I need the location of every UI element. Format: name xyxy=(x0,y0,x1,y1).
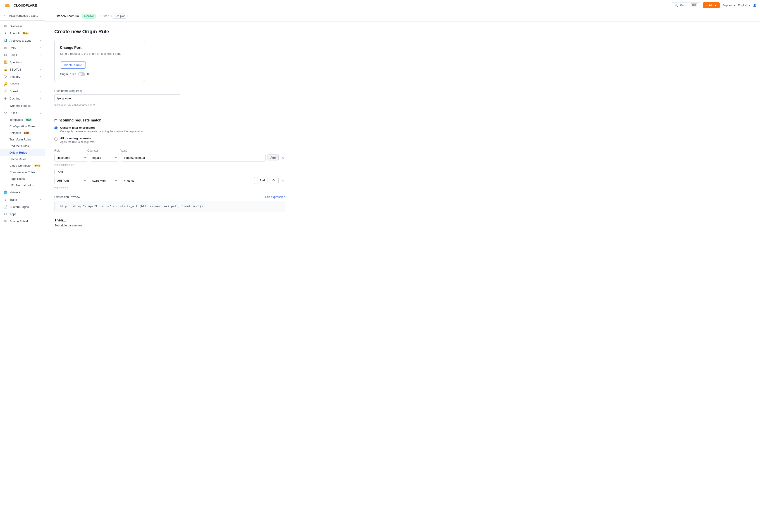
search-icon: 🔍 xyxy=(675,4,678,7)
sidebar-item-snippets[interactable]: Snippets Beta xyxy=(0,130,45,136)
sidebar-item-configuration-rules[interactable]: Configuration Rules xyxy=(0,123,45,130)
support-label: Support xyxy=(722,4,733,7)
operator-select-2[interactable]: equals starts with ends with contains xyxy=(90,177,119,184)
rule-card-desc: Send a request to the origin on a differ… xyxy=(60,52,139,56)
sidebar-item-security[interactable]: 🛡 Security ▾ xyxy=(0,73,45,80)
origin-rules-toggle[interactable] xyxy=(78,72,85,76)
match-heading: If incoming requests match... xyxy=(54,118,285,122)
cloudflare-text: CLOUDFLARE xyxy=(14,3,37,7)
sidebar-item-custom-pages[interactable]: 📄 Custom Pages xyxy=(0,203,45,210)
chevron-down-icon: ▾ xyxy=(40,54,41,56)
radio-all-input[interactable] xyxy=(54,137,58,141)
sidebar-item-label: Analytics & Logs xyxy=(10,39,31,42)
sidebar-item-redirect-rules[interactable]: Redirect Rules xyxy=(0,143,45,149)
sidebar-item-url-normalization[interactable]: URL Normalization xyxy=(0,182,45,189)
sidebar-item-email[interactable]: ✉ Email ▾ xyxy=(0,51,45,59)
sidebar-item-traffic[interactable]: ↕ Traffic ▾ xyxy=(0,196,45,203)
expression-section: Expression Preview Edit expression (http… xyxy=(54,195,285,212)
sidebar-item-dns[interactable]: ⊞ DNS ▾ xyxy=(0,44,45,51)
sidebar-item-access[interactable]: 🔑 Access xyxy=(0,80,45,88)
key-icon: 🔑 xyxy=(4,82,7,86)
then-section: Then... Set origin parameters xyxy=(54,218,285,227)
sidebar-item-network[interactable]: 🌐 Network xyxy=(0,189,45,196)
sidebar-navigation: ⊞ Overview ✦ AI Audit Beta 📊 Analytics &… xyxy=(0,21,45,227)
sidebar-item-page-rules[interactable]: Page Rules xyxy=(0,176,45,182)
field-select-1[interactable]: Hostname URI Path IP Source Address xyxy=(54,154,88,161)
filter-row-1: Hostname URI Path IP Source Address equa… xyxy=(54,154,285,161)
rule-name-label: Rule name (required) xyxy=(54,89,285,93)
sidebar-item-label: Network xyxy=(10,191,21,194)
sidebar-item-cache-rules[interactable]: Cache Rules xyxy=(0,156,45,162)
chevron-down-icon: ▾ xyxy=(40,97,41,100)
radio-all-label: All incoming requests xyxy=(60,137,94,140)
sub-nav-label: Templates xyxy=(10,118,23,121)
top-nav: CLOUDFLARE 🔍 Go to.. ⌘K + Add ▾ Support … xyxy=(0,0,760,11)
radio-custom-option[interactable]: Custom filter expression Only apply the … xyxy=(54,126,285,133)
sidebar: ← Alex@stape.io's acc... ⊞ Overview ✦ AI… xyxy=(0,11,45,532)
and-connector-button[interactable]: And xyxy=(54,169,66,175)
sidebar-item-overview[interactable]: ⊞ Overview xyxy=(0,22,45,30)
sidebar-item-workers-routes[interactable]: ◇ Workers Routes xyxy=(0,102,45,109)
sidebar-item-cloud-connector[interactable]: Cloud Connector Beta xyxy=(0,162,45,169)
sidebar-item-ssl-tls[interactable]: 🔒 SSL/TLS ▾ xyxy=(0,66,45,73)
language-button[interactable]: English ▾ xyxy=(738,4,750,7)
create-rule-button[interactable]: Create a Rule xyxy=(60,62,86,68)
chevron-down-icon: ▾ xyxy=(715,4,717,7)
radio-all-content: All incoming requests Apply the rule to … xyxy=(60,137,94,144)
sidebar-item-speed[interactable]: ⚡ Speed ▾ xyxy=(0,88,45,95)
sidebar-item-analytics-logs[interactable]: 📊 Analytics & Logs ▾ xyxy=(0,37,45,44)
remove-button-1[interactable]: ✕ xyxy=(280,155,285,161)
eye-icon: 👁 xyxy=(4,219,7,223)
sidebar-item-label: Custom Pages xyxy=(10,205,29,208)
sidebar-item-caching[interactable]: ⊗ Caching ▾ xyxy=(0,95,45,102)
rule-name-section: Rule name (required) Give your rule a de… xyxy=(54,89,285,106)
sidebar-item-ai-audit[interactable]: ✦ AI Audit Beta xyxy=(0,30,45,37)
plan-badge: Free plan xyxy=(111,14,128,19)
chevron-down-icon: ▾ xyxy=(734,4,735,7)
expression-label: Expression Preview xyxy=(54,195,80,199)
value-input-1[interactable] xyxy=(121,154,266,161)
sidebar-item-apps[interactable]: ⊟ Apps xyxy=(0,210,45,218)
sidebar-item-spectrum[interactable]: 📶 Spectrum xyxy=(0,59,45,66)
remove-button-2[interactable]: ✕ xyxy=(280,178,285,184)
sidebar-item-templates[interactable]: Templates New xyxy=(0,116,45,123)
domain-name: stape69.com.ua xyxy=(56,14,79,18)
sidebar-account[interactable]: ← Alex@stape.io's acc... xyxy=(0,11,45,21)
status-label: Active xyxy=(86,15,94,18)
toggle-icon: ⊞ xyxy=(87,72,90,76)
globe-icon: 🌐 xyxy=(4,191,7,194)
sidebar-item-compression-rules[interactable]: Compression Rules xyxy=(0,169,45,176)
sub-nav-label: Configuration Rules xyxy=(10,125,35,128)
user-button[interactable]: 👤 xyxy=(753,4,756,7)
add-button[interactable]: + Add ▾ xyxy=(703,2,720,8)
field-select-2[interactable]: Hostname URI Path IP Source Address xyxy=(54,177,88,184)
sidebar-item-origin-rules[interactable]: Origin Rules xyxy=(0,149,45,156)
sidebar-item-label: AI Audit xyxy=(10,32,20,35)
sidebar-item-label: Traffic xyxy=(10,198,18,201)
goto-button[interactable]: 🔍 Go to.. ⌘K xyxy=(672,2,700,8)
chevron-up-icon: ▴ xyxy=(40,112,41,114)
sidebar-item-scrape-shield[interactable]: 👁 Scrape Shield xyxy=(0,218,45,225)
operator-select-1[interactable]: equals starts with ends with contains xyxy=(90,154,119,161)
filter-row-header: Field Operator Value xyxy=(54,149,285,152)
rule-name-input[interactable] xyxy=(54,94,181,102)
back-arrow-icon: ← xyxy=(4,14,7,18)
sidebar-item-label: Apps xyxy=(10,212,16,216)
and-button-2[interactable]: And xyxy=(257,177,268,184)
support-button[interactable]: Support ▾ xyxy=(722,4,735,7)
top-nav-left: CLOUDFLARE xyxy=(4,3,37,8)
sub-nav-label: Origin Rules xyxy=(10,151,27,154)
and-connector: And xyxy=(54,168,285,175)
radio-custom-desc: Only apply the rule to requests matching… xyxy=(60,130,143,133)
sidebar-item-rules[interactable]: ⚙ Rules ▴ xyxy=(0,109,45,116)
radio-all-option[interactable]: All incoming requests Apply the rule to … xyxy=(54,137,285,144)
edit-expression-link[interactable]: Edit expression xyxy=(265,195,285,199)
or-button-2[interactable]: Or xyxy=(269,177,279,184)
sidebar-item-label: Overview xyxy=(10,24,22,28)
value-input-2[interactable] xyxy=(121,177,255,184)
sidebar-item-transform-rules[interactable]: Transform Rules xyxy=(0,136,45,143)
and-button-1[interactable]: And xyxy=(267,154,279,161)
rule-card: Change Port Send a request to the origin… xyxy=(54,40,145,82)
radio-custom-input[interactable] xyxy=(54,126,58,130)
star-button[interactable]: ☆ Star xyxy=(99,14,109,18)
